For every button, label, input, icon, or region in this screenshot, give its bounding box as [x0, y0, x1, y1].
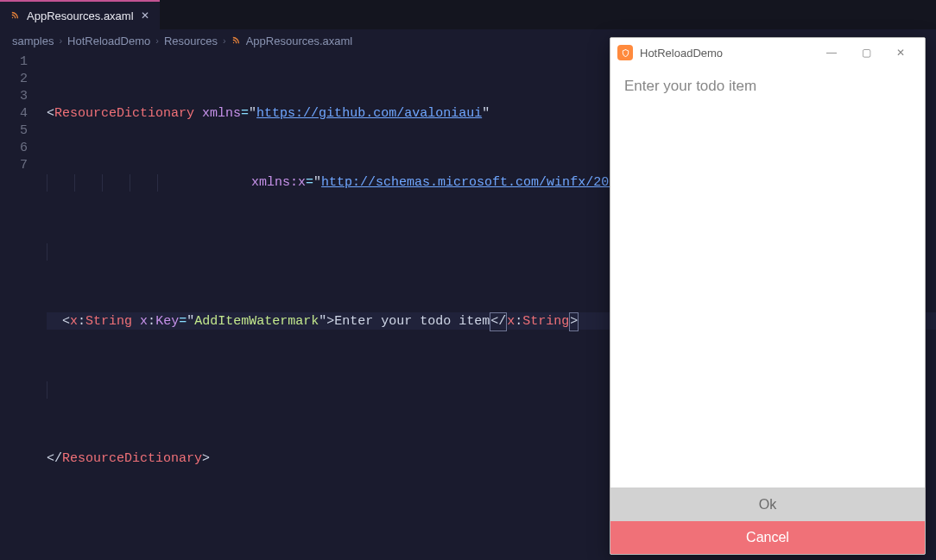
tok: =	[179, 314, 187, 329]
tab-appresources[interactable]: AppResources.axaml ✕	[0, 0, 160, 29]
tok: ResourceDictionary	[62, 451, 202, 466]
tok: Key	[155, 314, 179, 329]
line-number: 6	[0, 140, 28, 157]
close-icon[interactable]: ✕	[141, 9, 149, 22]
tok: =	[241, 106, 249, 121]
tok: "	[249, 106, 256, 121]
chevron-right-icon: ›	[155, 35, 159, 46]
line-number: 4	[0, 105, 28, 123]
tok: xmlns	[202, 106, 241, 121]
button-row: Ok Cancel	[610, 488, 925, 554]
matching-bracket: >	[569, 312, 579, 331]
tok: <	[62, 314, 70, 329]
tok: xmlns:x	[251, 175, 306, 190]
cursor: </	[490, 312, 507, 331]
line-number: 7	[0, 157, 28, 174]
tab-filename: AppResources.axaml	[27, 9, 134, 22]
crumb-samples[interactable]: samples	[12, 35, 54, 47]
rss-icon	[10, 10, 20, 22]
todo-input[interactable]: Enter your todo item	[624, 78, 911, 95]
ok-button[interactable]: Ok	[610, 488, 925, 521]
tok: ResourceDictionary	[54, 106, 194, 121]
line-number: 1	[0, 53, 28, 71]
line-number: 2	[0, 71, 28, 88]
tok: "	[187, 314, 194, 329]
tok: String	[85, 314, 132, 329]
tok: =	[306, 175, 313, 190]
tok: :	[148, 314, 155, 329]
tok	[194, 106, 202, 121]
window-minimize-button[interactable]: —	[814, 47, 849, 59]
tok: "	[319, 314, 326, 329]
app-body[interactable]: Enter your todo item	[610, 67, 925, 488]
tok: </	[47, 451, 62, 466]
tok	[132, 314, 140, 329]
crumb-hotreloaddemo[interactable]: HotReloadDemo	[67, 35, 150, 47]
tok: :	[515, 314, 522, 329]
titlebar[interactable]: HotReloadDemo — ▢ ✕	[610, 38, 925, 67]
tab-bar: AppResources.axaml ✕	[0, 0, 936, 29]
tok: >	[326, 314, 334, 329]
window-close-button[interactable]: ✕	[883, 47, 918, 59]
tok: Enter your todo item	[334, 314, 490, 329]
tok: https://github.com/avaloniaui	[256, 106, 482, 121]
window-title: HotReloadDemo	[640, 47, 723, 60]
tok: <	[47, 106, 54, 121]
tab-bar-empty	[160, 0, 936, 29]
line-number: 5	[0, 123, 28, 140]
tok: "	[313, 175, 321, 190]
crumb-resources[interactable]: Resources	[164, 35, 218, 47]
tok: x	[507, 314, 515, 329]
tok: AddItemWatermark	[194, 314, 319, 329]
cancel-button[interactable]: Cancel	[610, 521, 925, 554]
tok	[158, 175, 251, 190]
tok: x	[140, 314, 148, 329]
tok: String	[522, 314, 569, 329]
tok: "	[482, 106, 490, 121]
tok: >	[570, 314, 578, 329]
line-number: 3	[0, 88, 28, 105]
tok: >	[202, 451, 210, 466]
chevron-right-icon: ›	[59, 35, 62, 46]
crumb-file[interactable]: AppResources.axaml	[246, 35, 353, 47]
editor-root: AppResources.axaml ✕ samples › HotReload…	[0, 0, 936, 560]
tok: x	[70, 314, 78, 329]
tok: :	[78, 314, 85, 329]
preview-window[interactable]: HotReloadDemo — ▢ ✕ Enter your todo item…	[610, 37, 926, 555]
tok	[47, 314, 62, 329]
tok: </	[490, 314, 506, 329]
line-gutter: 1 2 3 4 5 6 7	[0, 53, 47, 560]
chevron-right-icon: ›	[223, 35, 226, 46]
app-icon	[617, 45, 633, 60]
rss-icon	[231, 35, 241, 47]
window-maximize-button[interactable]: ▢	[849, 47, 883, 59]
